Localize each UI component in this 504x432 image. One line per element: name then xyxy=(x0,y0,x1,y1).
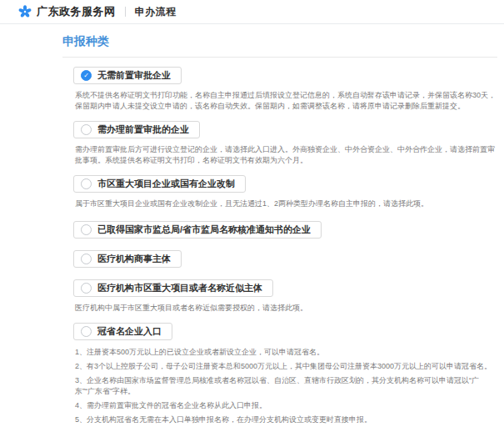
description-list-item: 5、分支机构冠省名无需在本入口单独申报名称，在办理分支机构设立或变更时直接申报。 xyxy=(75,414,497,425)
option-group: ✓ 市区重大项目企业或国有企业改制 属于市区重大项目企业或国有企业改制企业，且无… xyxy=(73,166,497,209)
option-description: 系统不提供名称证明文书打印功能，名称自主申报通过后填报设立登记信息的，系统自动暂… xyxy=(75,90,497,112)
description-list-item: 3、企业名称由国家市场监督管理总局核准或者名称冠以省、自治区、直辖市行政区划的，… xyxy=(75,375,497,397)
description-list-item: 1、注册资本500万元以上的已设立企业或者新设立企业，可以申请冠省名。 xyxy=(75,347,497,358)
description-list-item: 4、需办理前置审批文件的冠省名企业名称从此入口申报。 xyxy=(75,400,497,411)
top-header: 广东政务服务网 申办流程 xyxy=(0,0,504,24)
brand-name: 广东政务服务网 xyxy=(37,4,116,19)
radio-option-name-approval-notice-obtained[interactable]: ✓ 已取得国家市监总局/省市监局名称核准通知书的企业 xyxy=(73,221,322,239)
page-title: 申报种类 xyxy=(62,33,497,58)
option-label: 冠省名企业入口 xyxy=(97,326,162,337)
option-group: ✓ 需办理前置审批的企业 需办理前置审批后方可进行设立登记的企业，请选择此入口进… xyxy=(73,112,497,166)
description-list-item: 2、有3个以上控股子公司，母子公司注册资本总和5000万元以上，其中集团母公司注… xyxy=(75,361,497,372)
header-divider xyxy=(125,7,126,17)
option-label: 医疗机构商事主体 xyxy=(97,254,171,264)
option-group: ✓ 医疗机构市区重大项目或者名称近似主体 医疗机构中属于市区重大项目或者名称近似… xyxy=(73,268,497,314)
radio-icon: ✓ xyxy=(81,124,92,135)
option-description-list: 1、注册资本500万元以上的已设立企业或者新设立企业，可以申请冠省名。 2、有3… xyxy=(75,347,497,425)
radio-option-major-project-or-soe-reform[interactable]: ✓ 市区重大项目企业或国有企业改制 xyxy=(73,175,246,193)
option-description: 医疗机构中属于市区重大项目或者名称近似需要授权的，请选择此项。 xyxy=(75,303,497,314)
option-label: 医疗机构市区重大项目或者名称近似主体 xyxy=(97,283,262,294)
option-group: ✓ 医疗机构商事主体 xyxy=(73,239,497,268)
option-label: 已取得国家市监总局/省市监局名称核准通知书的企业 xyxy=(97,224,311,235)
radio-option-medical-major-project-similar-name[interactable]: ✓ 医疗机构市区重大项目或者名称近似主体 xyxy=(73,279,273,297)
radio-icon: ✓ xyxy=(81,70,92,81)
radio-option-medical-institution[interactable]: ✓ 医疗机构商事主体 xyxy=(73,250,182,268)
option-description: 属于市区重大项目企业或国有企业改制企业，且无法通过1、2两种类型办理名称自主申报… xyxy=(75,198,497,209)
option-label: 无需前置审批企业 xyxy=(97,70,171,81)
declaration-type-options: ✓ 无需前置审批企业 系统不提供名称证明文书打印功能，名称自主申报通过后填报设立… xyxy=(73,58,497,425)
main-content: 申报种类 ✓ 无需前置审批企业 系统不提供名称证明文书打印功能，名称自主申报通过… xyxy=(0,24,504,432)
radio-option-provincial-name-entry[interactable]: ✓ 冠省名企业入口 xyxy=(73,323,172,340)
radio-option-pre-approval-required[interactable]: ✓ 需办理前置审批的企业 xyxy=(73,121,200,138)
option-description: 需办理前置审批后方可进行设立登记的企业，请选择此入口进入。外商独资企业、中外合资… xyxy=(75,144,497,166)
option-label: 市区重大项目企业或国有企业改制 xyxy=(97,178,235,189)
guangdong-gov-logo-icon xyxy=(18,5,32,18)
radio-option-no-pre-approval[interactable]: ✓ 无需前置审批企业 xyxy=(73,67,182,84)
radio-icon: ✓ xyxy=(81,283,92,294)
option-group: ✓ 无需前置审批企业 系统不提供名称证明文书打印功能，名称自主申报通过后填报设立… xyxy=(73,58,497,112)
radio-icon: ✓ xyxy=(81,254,92,264)
brand-link[interactable]: 广东政务服务网 xyxy=(18,4,116,19)
option-group: ✓ 冠省名企业入口 1、注册资本500万元以上的已设立企业或者新设立企业，可以申… xyxy=(73,314,497,425)
radio-icon: ✓ xyxy=(81,178,92,189)
check-icon: ✓ xyxy=(83,73,89,79)
radio-icon: ✓ xyxy=(81,326,92,337)
option-label: 需办理前置审批的企业 xyxy=(97,124,189,135)
header-section-title: 申办流程 xyxy=(135,5,177,19)
option-group: ✓ 已取得国家市监总局/省市监局名称核准通知书的企业 xyxy=(73,209,497,239)
radio-icon: ✓ xyxy=(81,224,92,235)
